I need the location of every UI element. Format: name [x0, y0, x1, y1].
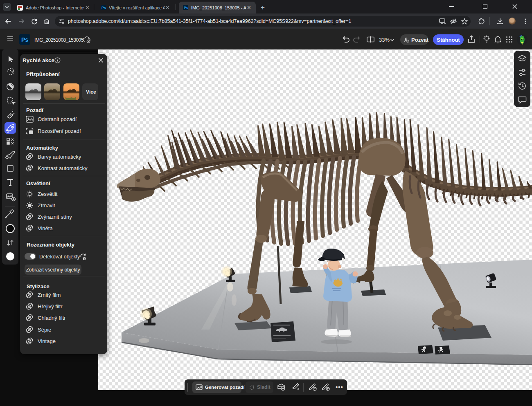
- svg-text:Ps: Ps: [184, 6, 188, 10]
- svg-text:Ps: Ps: [101, 6, 106, 10]
- svg-text:Více: Více: [86, 89, 96, 95]
